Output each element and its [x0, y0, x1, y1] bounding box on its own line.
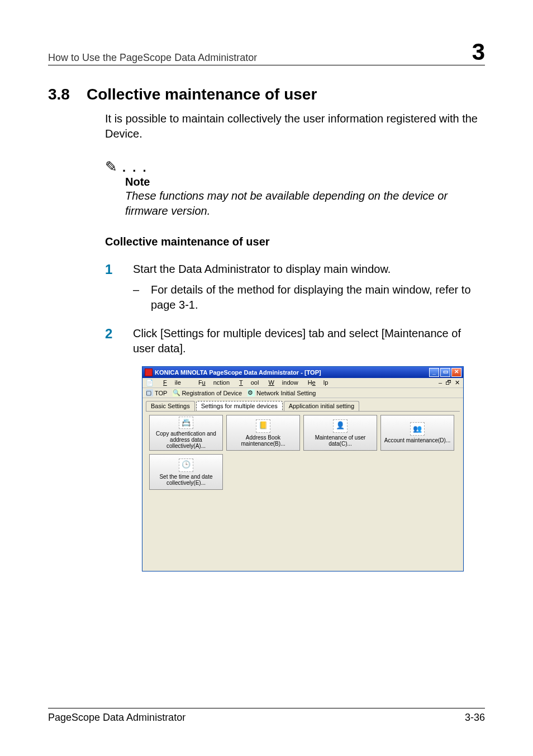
tabs: Basic Settings Settings for multiple dev… [142, 398, 463, 411]
chapter-number: 3 [472, 40, 485, 64]
set-time-label: Set the time and date collectively(E)... [151, 474, 221, 486]
subheading: Collective maintenance of user [105, 235, 485, 248]
clock-calendar-icon: 🕒 [179, 459, 193, 472]
maint-user-button[interactable]: 👤 Maintenance of user data(C)... [303, 415, 377, 451]
window-title: KONICA MINOLTA PageScope Data Administra… [155, 369, 321, 376]
app-icon [145, 368, 153, 376]
magnify-icon: 🔍 [173, 389, 180, 396]
menu-tool[interactable]: Tool [239, 379, 259, 386]
copy-auth-button[interactable]: 📇 Copy authentication and address data c… [149, 415, 223, 451]
menu-window[interactable]: Window [268, 379, 298, 386]
menu-bar: 📄 File Function Tool Window Help – 🗗 ✕ [142, 378, 463, 388]
mdi-close[interactable]: ✕ [455, 379, 460, 386]
substep-dash: – [133, 282, 141, 313]
footer-right: 3-36 [465, 712, 485, 724]
tab-application-initial[interactable]: Application initial setting [284, 401, 359, 411]
menu-help[interactable]: Help [308, 379, 329, 386]
user-icon: 👤 [333, 419, 348, 433]
step-text-2: Click [Settings for multiple devices] ta… [133, 327, 461, 355]
mdi-restore[interactable]: 🗗 [445, 379, 451, 386]
tab-basic-settings[interactable]: Basic Settings [146, 401, 195, 411]
copy-auth-label: Copy authentication and address data col… [151, 431, 221, 449]
account-maint-label: Account maintenance(D)... [384, 437, 450, 443]
toolbar-top[interactable]: ▢ TOP [146, 389, 167, 396]
substep-text-1: For details of the method for displaying… [151, 282, 485, 313]
tab-settings-multiple-devices[interactable]: Settings for multiple devices [196, 401, 283, 411]
maximize-button[interactable]: ▭ [440, 368, 450, 377]
maint-user-label: Maintenance of user data(C)... [305, 434, 375, 447]
close-button[interactable]: ✕ [451, 368, 461, 377]
device-book-icon: 📇 [179, 417, 193, 429]
section-number: 3.8 [48, 86, 70, 103]
running-header: How to Use the PageScope Data Administra… [48, 52, 257, 64]
doc-icon: 📄 [146, 379, 154, 386]
minimize-button[interactable]: _ [429, 368, 439, 377]
ellipsis-icon: . . . [117, 160, 148, 174]
network-icon: ⚙ [248, 389, 255, 396]
note-heading: Note [125, 176, 485, 188]
app-window: KONICA MINOLTA PageScope Data Administra… [142, 366, 464, 571]
toolbar-registration[interactable]: 🔍 Registration of Device [173, 389, 242, 396]
intro-paragraph: It is possible to maintain collectively … [105, 111, 485, 141]
menu-function[interactable]: Function [198, 379, 230, 386]
toolbar-network[interactable]: ⚙ Network Initial Setting [248, 389, 316, 396]
mdi-minimize[interactable]: – [439, 379, 442, 386]
page-icon: ▢ [146, 389, 153, 396]
section-title: Collective maintenance of user [87, 86, 317, 103]
note-text: These functions may not be available dep… [125, 188, 485, 219]
title-bar[interactable]: KONICA MINOLTA PageScope Data Administra… [142, 367, 463, 378]
address-book-button[interactable]: 📒 Address Book maintenance(B)... [226, 415, 300, 451]
footer-left: PageScope Data Administrator [48, 712, 185, 724]
menu-file[interactable]: File [163, 379, 189, 386]
step-number-2: 2 [105, 326, 116, 356]
address-book-icon: 📒 [256, 419, 270, 433]
address-book-label: Address Book maintenance(B)... [228, 434, 298, 447]
account-maint-button[interactable]: 👥 Account maintenance(D)... [380, 415, 454, 451]
step-text-1: Start the Data Administrator to display … [133, 263, 391, 275]
tab-panel: 📇 Copy authentication and address data c… [146, 411, 460, 568]
set-time-button[interactable]: 🕒 Set the time and date collectively(E).… [149, 454, 223, 490]
tool-bar: ▢ TOP 🔍 Registration of Device ⚙ Network… [142, 388, 463, 398]
step-number-1: 1 [105, 262, 116, 313]
users-icon: 👥 [410, 422, 425, 436]
pencil-icon: ✎ [105, 158, 117, 176]
